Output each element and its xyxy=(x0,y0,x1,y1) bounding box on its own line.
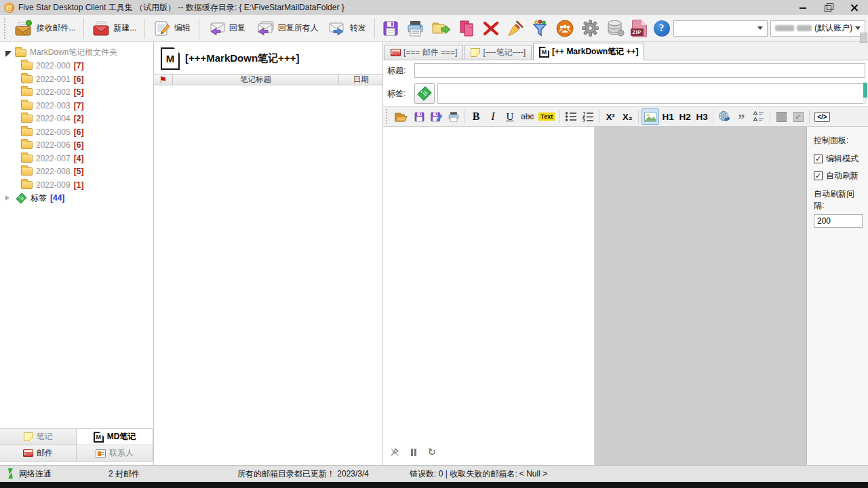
highlight-button[interactable]: Text xyxy=(536,108,557,125)
tree-root-markdown[interactable]: MarkDown笔记根文件夹 xyxy=(0,46,153,60)
bullet-list-button[interactable] xyxy=(563,108,579,125)
tab-notes[interactable]: 笔记 xyxy=(0,429,77,445)
close-icon[interactable] xyxy=(850,3,859,12)
tree-folder-item[interactable]: 2022-004[2] xyxy=(0,113,153,126)
collapse-arrow-icon[interactable] xyxy=(5,195,12,201)
title-input[interactable] xyxy=(414,63,865,78)
help-button[interactable]: ? xyxy=(650,18,673,39)
expand-arrow-icon[interactable] xyxy=(5,51,12,57)
tree-tags-item[interactable]: 标签 [44] xyxy=(0,192,153,205)
tab-content-md[interactable]: M [++ MarkDown笔记 ++] xyxy=(533,43,644,60)
tab-content-notes[interactable]: [----笔记----] xyxy=(465,45,532,60)
tag-picker-button[interactable] xyxy=(414,83,435,104)
save-as-button[interactable] xyxy=(428,108,445,125)
save-button[interactable] xyxy=(378,18,403,39)
h2-button[interactable]: H2 xyxy=(677,108,693,125)
markdown-preview-area[interactable] xyxy=(595,127,808,465)
bullet-list-icon xyxy=(565,111,577,122)
delete-icon xyxy=(482,20,500,37)
account-dropdown[interactable]: (默认账户) xyxy=(770,20,865,37)
tags-count: [44] xyxy=(50,193,64,203)
tree-folder-item[interactable]: 2022-005[6] xyxy=(0,125,153,139)
receive-mail-button[interactable]: 接收邮件... xyxy=(9,18,80,39)
column-date[interactable]: 日期 xyxy=(339,75,382,85)
notes-list-empty[interactable] xyxy=(154,85,382,465)
toolbar-separator xyxy=(559,110,560,123)
editor-print-button[interactable] xyxy=(446,108,462,125)
h1-button[interactable]: H1 xyxy=(660,108,676,125)
strikethrough-button[interactable]: abc xyxy=(519,108,536,125)
filter-button[interactable] xyxy=(528,18,552,39)
tags-input[interactable] xyxy=(437,83,865,104)
minimize-icon[interactable] xyxy=(799,3,807,12)
copy-button[interactable] xyxy=(454,18,479,39)
edit-mode-checkbox[interactable]: ✓ xyxy=(814,155,823,163)
task-checkbox-button[interactable]: ✓ xyxy=(790,108,806,125)
tree-root-label: MarkDown笔记根文件夹 xyxy=(30,47,117,58)
open-file-button[interactable] xyxy=(393,108,410,125)
markdown-doc-icon: M xyxy=(161,47,180,70)
tree-folder-item[interactable]: 2022-006[6] xyxy=(0,139,153,152)
subscript-button[interactable]: X₂ xyxy=(619,108,635,125)
h3-button[interactable]: H3 xyxy=(694,108,710,125)
pin-off-icon[interactable] xyxy=(390,447,399,457)
tree-folder-item[interactable]: 2022-009[1] xyxy=(0,178,153,192)
tab-mail[interactable]: 邮件 xyxy=(0,445,77,462)
tab-contacts[interactable]: 联系人 xyxy=(77,445,153,462)
tags-scrollbar-thumb[interactable] xyxy=(863,83,867,98)
superscript-button[interactable]: X² xyxy=(602,108,618,125)
reply-button[interactable]: 回复 xyxy=(203,18,250,39)
tab-md-notes[interactable]: M MD笔记 xyxy=(77,429,153,445)
refresh-interval-input[interactable] xyxy=(814,214,863,228)
tree-folder-item[interactable]: 2022-008[5] xyxy=(0,165,153,179)
clean-button[interactable] xyxy=(503,18,528,39)
numbered-list-button[interactable] xyxy=(580,108,596,125)
export-button[interactable] xyxy=(428,18,454,39)
mail-count: 2 封邮件 xyxy=(102,468,173,480)
pause-icon[interactable] xyxy=(411,449,416,456)
tags-scrollbar[interactable] xyxy=(863,83,867,104)
markdown-edit-area[interactable]: ↻ xyxy=(383,127,595,465)
forward-button[interactable]: 转发 xyxy=(323,18,371,39)
zip-button[interactable]: ZIP xyxy=(629,18,650,39)
folder-count: [5] xyxy=(74,167,84,176)
edit-button[interactable]: 编辑 xyxy=(149,18,195,39)
tree-folder-item[interactable]: 2022-002[5] xyxy=(0,86,153,100)
italic-button[interactable]: I xyxy=(485,108,501,125)
bold-button[interactable]: B xyxy=(468,108,484,125)
restore-icon[interactable] xyxy=(825,3,833,12)
column-flag[interactable]: ⚑ xyxy=(154,75,173,85)
tree-folder-item[interactable]: 2022-001[6] xyxy=(0,73,153,86)
blockquote-button[interactable]: ” xyxy=(733,108,749,125)
new-mail-button[interactable]: 新建... xyxy=(87,18,141,39)
column-note-title[interactable]: 笔记标题 xyxy=(173,75,339,85)
reply-all-button[interactable]: 回复所有人 xyxy=(250,18,323,39)
hyperlink-button[interactable] xyxy=(716,108,732,125)
tag-icon xyxy=(417,86,432,101)
tab-content-mail[interactable]: [=== 邮件 ===] xyxy=(384,45,463,60)
underline-button[interactable]: U xyxy=(502,108,518,125)
insert-image-button[interactable] xyxy=(642,108,659,125)
auto-refresh-row[interactable]: ✓ 自动刷新 xyxy=(814,170,863,182)
tree-folder-item[interactable]: 2022-007[4] xyxy=(0,152,153,165)
settings-button[interactable] xyxy=(578,17,603,39)
code-block-button[interactable]: </> xyxy=(812,108,831,125)
print-button[interactable] xyxy=(403,18,428,39)
block-button[interactable] xyxy=(773,108,789,125)
toolbar-separator xyxy=(465,110,465,123)
scrollbar-stub[interactable] xyxy=(860,33,867,43)
sort-lines-button[interactable] xyxy=(750,108,767,125)
delete-button[interactable] xyxy=(479,18,503,39)
tree-folder-item[interactable]: 2022-003[7] xyxy=(0,99,153,113)
editor-save-button[interactable] xyxy=(411,108,427,125)
folder-label: 2022-007 xyxy=(36,154,71,163)
edit-mode-row[interactable]: ✓ 编辑模式 xyxy=(814,153,863,165)
database-button[interactable] xyxy=(603,17,629,39)
tree-folder-item[interactable]: 2022-000[7] xyxy=(0,60,153,73)
auto-refresh-checkbox[interactable]: ✓ xyxy=(814,171,823,180)
tab-md-notes-label: MD笔记 xyxy=(107,431,136,443)
contacts-button[interactable] xyxy=(552,17,578,40)
toolbar-separator xyxy=(374,18,375,39)
filter-dropdown[interactable] xyxy=(673,20,768,37)
refresh-icon[interactable]: ↻ xyxy=(428,446,437,458)
